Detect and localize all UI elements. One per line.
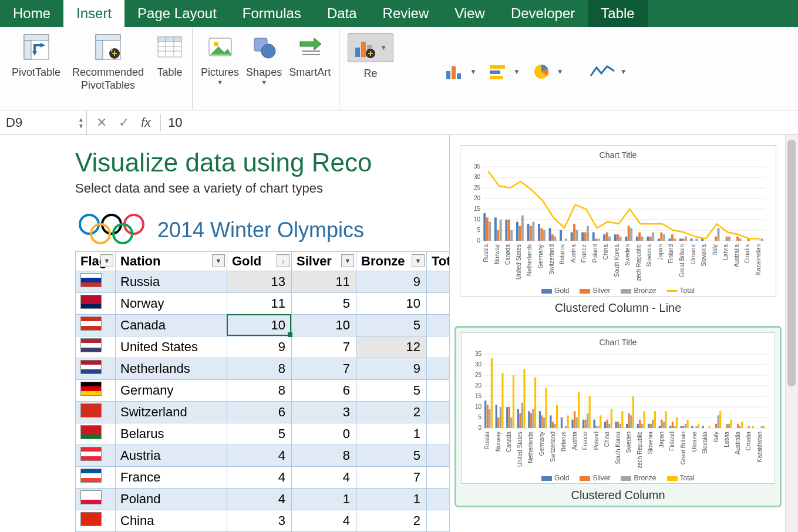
silver-cell[interactable]: 1 (292, 489, 356, 510)
gold-cell[interactable]: 8 (227, 380, 292, 402)
bronze-cell[interactable]: 2 (356, 510, 427, 532)
nation-cell[interactable]: China (116, 510, 227, 532)
tab-review[interactable]: Review (370, 0, 442, 27)
filter-dropdown-icon[interactable]: ▼ (341, 254, 354, 267)
silver-cell[interactable]: 5 (292, 293, 356, 315)
bronze-cell[interactable]: 9 (356, 358, 427, 380)
recommended-charts-button[interactable]: ▼ Re (344, 33, 397, 110)
tab-developer[interactable]: Developer (498, 0, 588, 27)
nation-cell[interactable]: Germany (116, 380, 227, 402)
nation-cell[interactable]: United States (116, 336, 227, 358)
bar-chart-button[interactable]: ▼ (483, 33, 526, 110)
olympics-table[interactable]: Flag▼Nation▼Gold↓Silver▼Bronze▼Total▼Rus… (75, 251, 467, 532)
table-row[interactable]: Poland411 (76, 489, 467, 510)
name-box[interactable]: D9 ▲▼ (0, 110, 87, 134)
table-row[interactable]: Belarus501 (76, 423, 467, 445)
chart-recommendation-card[interactable]: Chart Title05101520253035RussiaNorwayCan… (454, 140, 782, 319)
bronze-cell[interactable]: 9 (356, 271, 427, 293)
table-row[interactable]: China342 (76, 510, 467, 532)
scrollbar-thumb[interactable] (787, 140, 796, 386)
formula-value[interactable]: 10 (161, 115, 182, 130)
table-button[interactable]: Table (152, 33, 187, 110)
chart-recommendation-card[interactable]: Chart Title05101520253035RussiaNorwayCan… (454, 326, 782, 507)
silver-cell[interactable]: 4 (292, 467, 356, 489)
table-row[interactable]: Austria485 (76, 445, 467, 467)
gold-cell[interactable]: 3 (227, 510, 292, 532)
table-row[interactable]: Canada10105 (76, 315, 467, 336)
column-chart-button[interactable]: ▼ (439, 33, 483, 110)
bronze-cell[interactable]: 5 (356, 315, 427, 336)
gold-cell[interactable]: 13 (227, 271, 292, 293)
gold-cell[interactable]: 9 (227, 336, 292, 358)
recommended-charts-list[interactable]: Chart Title05101520253035RussiaNorwayCan… (450, 135, 785, 532)
table-row[interactable]: United States9712 (76, 336, 467, 358)
bronze-cell[interactable]: 5 (356, 445, 427, 467)
silver-cell[interactable]: 0 (292, 423, 356, 445)
table-row[interactable]: Germany865 (76, 380, 467, 402)
gold-cell[interactable]: 11 (227, 293, 292, 315)
bronze-cell[interactable]: 5 (356, 380, 427, 402)
bronze-cell[interactable]: 10 (356, 293, 427, 315)
bronze-cell[interactable]: 1 (356, 423, 427, 445)
nation-cell[interactable]: France (116, 467, 227, 489)
gold-cell[interactable]: 4 (227, 489, 292, 510)
nation-cell[interactable]: Switzerland (116, 402, 227, 423)
filter-dropdown-icon[interactable]: ▼ (212, 254, 225, 267)
bronze-cell[interactable]: 2 (356, 402, 427, 423)
fx-icon[interactable]: fx (141, 115, 151, 130)
gold-cell[interactable]: 4 (227, 467, 292, 489)
bronze-cell[interactable]: 7 (356, 467, 427, 489)
bronze-cell[interactable]: 12 (356, 336, 427, 358)
nation-cell[interactable]: Netherlands (116, 358, 227, 380)
bronze-cell[interactable]: 1 (356, 489, 427, 510)
filter-dropdown-icon[interactable]: ▼ (412, 254, 425, 267)
recommended-pivot-button[interactable]: Recommended PivotTables (64, 33, 152, 110)
pivot-table-button[interactable]: PivotTable (8, 33, 64, 110)
silver-cell[interactable]: 10 (292, 315, 356, 336)
nation-cell[interactable]: Austria (116, 445, 227, 467)
shapes-button[interactable]: Shapes ▼ (243, 33, 285, 110)
nation-cell[interactable]: Canada (116, 315, 227, 336)
gold-cell[interactable]: 8 (227, 358, 292, 380)
nation-cell[interactable]: Belarus (116, 423, 227, 445)
tab-view[interactable]: View (442, 0, 498, 27)
silver-cell[interactable]: 7 (292, 336, 356, 358)
tab-table[interactable]: Table (588, 0, 647, 27)
tab-data[interactable]: Data (314, 0, 370, 27)
silver-cell[interactable]: 11 (292, 271, 356, 293)
nation-cell[interactable]: Norway (116, 293, 227, 315)
line-chart-button[interactable]: ▼ (584, 33, 633, 110)
tab-home[interactable]: Home (0, 0, 63, 27)
panel-scrollbar[interactable] (785, 135, 798, 532)
silver-cell[interactable]: 4 (292, 510, 356, 532)
filter-dropdown-icon[interactable]: ↓ (277, 254, 289, 267)
gold-cell[interactable]: 10 (227, 315, 292, 336)
pictures-button[interactable]: Pictures ▼ (197, 33, 243, 110)
gold-cell[interactable]: 5 (227, 423, 292, 445)
silver-cell[interactable]: 6 (292, 380, 356, 402)
gold-cell[interactable]: 6 (227, 402, 292, 423)
table-row[interactable]: Netherlands879 (76, 358, 467, 380)
col-silver[interactable]: Silver▼ (292, 252, 356, 271)
col-flag[interactable]: Flag▼ (76, 252, 116, 271)
gold-cell[interactable]: 4 (227, 445, 292, 467)
silver-cell[interactable]: 8 (292, 445, 356, 467)
tab-page-layout[interactable]: Page Layout (124, 0, 230, 27)
smartart-button[interactable]: SmartArt (285, 33, 334, 110)
nation-cell[interactable]: Russia (116, 271, 227, 293)
filter-dropdown-icon[interactable]: ▼ (100, 254, 113, 267)
table-row[interactable]: Russia13119 (76, 271, 467, 293)
nation-cell[interactable]: Poland (116, 489, 227, 510)
table-row[interactable]: Norway11510 (76, 293, 467, 315)
worksheet-area[interactable]: Visualize data using Reco Select data an… (0, 135, 798, 532)
name-box-stepper[interactable]: ▲▼ (78, 116, 84, 129)
table-row[interactable]: Switzerland632 (76, 402, 467, 423)
silver-cell[interactable]: 3 (292, 402, 356, 423)
col-bronze[interactable]: Bronze▼ (356, 252, 427, 271)
cancel-icon[interactable]: ✕ (96, 115, 107, 130)
pie-chart-button[interactable]: ▼ (526, 33, 570, 110)
col-nation[interactable]: Nation▼ (116, 252, 227, 271)
tab-insert[interactable]: Insert (63, 0, 124, 27)
col-gold[interactable]: Gold↓ (227, 252, 292, 271)
tab-formulas[interactable]: Formulas (230, 0, 314, 27)
